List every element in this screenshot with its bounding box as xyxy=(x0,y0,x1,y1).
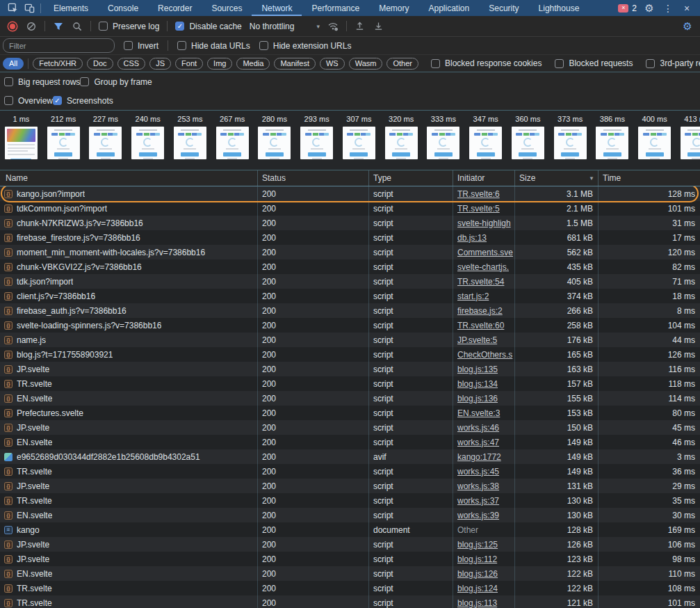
inspect-element-icon[interactable] xyxy=(4,1,21,15)
filmstrip-frame[interactable]: 360 ms xyxy=(507,111,549,170)
record-network-log-icon[interactable] xyxy=(7,21,18,32)
initiator-link[interactable]: kango:1772 xyxy=(457,452,501,462)
column-header-initiator[interactable]: Initiator xyxy=(453,170,515,186)
filmstrip-frame[interactable]: 347 ms xyxy=(464,111,507,170)
initiator-link[interactable]: JP.svelte:5 xyxy=(457,335,497,345)
table-row[interactable]: {}svelte-loading-spinners.js?v=7386bb162… xyxy=(0,318,700,333)
initiator-link[interactable]: blog.js:124 xyxy=(457,584,498,593)
tab-lighthouse[interactable]: Lighthouse xyxy=(529,0,589,16)
table-row[interactable]: {}EN.svelte200scriptblog.js:136155 kB114… xyxy=(0,391,700,406)
filter-chip-media[interactable]: Media xyxy=(236,58,270,70)
overview-option[interactable]: Overview xyxy=(4,96,53,106)
3rd-party-requests-checkbox[interactable] xyxy=(646,59,655,68)
table-row[interactable]: {}name.js200scriptJP.svelte:5176 kB44 ms xyxy=(0,333,700,347)
filmstrip-thumbnail[interactable] xyxy=(385,127,418,159)
hide-extension-urls-checkbox[interactable] xyxy=(259,41,268,50)
screenshots-checkbox[interactable] xyxy=(53,96,62,105)
table-row[interactable]: {}TR.svelte200scriptworks.js:37130 kB35 … xyxy=(0,493,700,508)
table-row[interactable]: {}TR.svelte200scriptblog.js:134157 kB118… xyxy=(0,376,700,391)
initiator-link[interactable]: svelte-chartjs. xyxy=(457,262,509,272)
initiator-link[interactable]: blog.js:134 xyxy=(457,379,498,389)
tab-sources[interactable]: Sources xyxy=(202,0,252,16)
initiator-link[interactable]: works.js:47 xyxy=(457,438,499,447)
filter-chip-fetch-xhr[interactable]: Fetch/XHR xyxy=(33,58,83,70)
table-row[interactable]: {}kango.json?import200scriptTR.svelte:63… xyxy=(0,186,700,201)
tab-performance[interactable]: Performance xyxy=(302,0,369,16)
filter-chip-doc[interactable]: Doc xyxy=(87,58,113,70)
initiator-link[interactable]: works.js:38 xyxy=(457,481,499,491)
filmstrip-frame[interactable]: 320 ms xyxy=(380,111,423,170)
filmstrip-thumbnail[interactable] xyxy=(47,127,80,159)
initiator-link[interactable]: TR.svelte:54 xyxy=(457,277,504,287)
filmstrip-frame[interactable]: 413 ms xyxy=(676,111,700,170)
initiator-link[interactable]: works.js:45 xyxy=(457,467,499,477)
initiator-link[interactable]: works.js:46 xyxy=(457,423,499,433)
filmstrip-thumbnail[interactable] xyxy=(300,127,333,159)
table-row[interactable]: {}tdk.json?import200scriptTR.svelte:5440… xyxy=(0,274,700,289)
filter-chip-js[interactable]: JS xyxy=(149,58,171,70)
filmstrip-frame[interactable]: 1 ms xyxy=(0,111,42,170)
network-conditions-icon[interactable] xyxy=(327,21,339,32)
initiator-link[interactable]: works.js:39 xyxy=(457,511,499,520)
3rd-party-requests-option[interactable]: 3rd-party requests xyxy=(646,58,700,68)
table-row[interactable]: {}Prefectures.svelte200scriptEN.svelte:3… xyxy=(0,406,700,420)
table-row[interactable]: {}TR.svelte200scriptworks.js:45149 kB36 … xyxy=(0,464,700,479)
blocked-response-cookies-option[interactable]: Blocked response cookies xyxy=(431,58,542,68)
initiator-link[interactable]: blog.js:135 xyxy=(457,365,498,374)
initiator-link[interactable]: works.js:37 xyxy=(457,496,499,506)
table-row[interactable]: ≡kango200documentOther128 kB169 ms xyxy=(0,522,700,537)
table-row[interactable]: {}JP.svelte200scriptblog.js:125126 kB106… xyxy=(0,537,700,552)
kebab-menu-icon[interactable]: ⋮ xyxy=(662,2,674,15)
tab-memory[interactable]: Memory xyxy=(369,0,418,16)
search-icon[interactable] xyxy=(72,21,83,32)
filter-chip-manifest[interactable]: Manifest xyxy=(274,58,316,70)
table-row[interactable]: {}EN.svelte200scriptworks.js:39130 kB30 … xyxy=(0,508,700,522)
hide-extension-urls-option[interactable]: Hide extension URLs xyxy=(259,41,352,51)
filmstrip-frame[interactable]: 386 ms xyxy=(592,111,634,170)
column-header-name[interactable]: Name xyxy=(0,170,258,186)
initiator-link[interactable]: Comments.sve xyxy=(457,248,513,257)
tab-recorder[interactable]: Recorder xyxy=(148,0,202,16)
filter-chip-img[interactable]: Img xyxy=(207,58,232,70)
overview-checkbox[interactable] xyxy=(4,96,13,105)
settings-gear-icon[interactable]: ⚙ xyxy=(643,2,656,15)
import-har-icon[interactable] xyxy=(355,21,366,32)
initiator-link[interactable]: blog.js:125 xyxy=(457,540,498,550)
filmstrip-thumbnail[interactable] xyxy=(638,127,671,159)
close-icon[interactable]: × xyxy=(681,2,693,15)
initiator-link[interactable]: TR.svelte:60 xyxy=(457,321,504,330)
filter-chip-ws[interactable]: WS xyxy=(320,58,345,70)
filmstrip-frame[interactable]: 333 ms xyxy=(423,111,465,170)
table-row[interactable]: {}chunk-N7KRIZW3.js?v=7386bb16200scripts… xyxy=(0,216,700,230)
preserve-log-option[interactable]: Preserve log xyxy=(99,22,159,31)
filmstrip-thumbnail[interactable] xyxy=(174,127,206,159)
throttling-dropdown[interactable]: No throttling ▾ xyxy=(250,22,320,31)
initiator-link[interactable]: db.js:13 xyxy=(457,233,487,243)
filmstrip-frame[interactable]: 267 ms xyxy=(211,111,254,170)
invert-checkbox[interactable] xyxy=(124,41,133,50)
table-row[interactable]: {}JP.svelte200scriptworks.js:38131 kB29 … xyxy=(0,479,700,493)
filmstrip-frame[interactable]: 227 ms xyxy=(85,111,127,170)
filmstrip-thumbnail[interactable] xyxy=(427,127,459,159)
table-row[interactable]: {}JP.svelte200scriptworks.js:46150 kB45 … xyxy=(0,420,700,435)
filmstrip-thumbnail[interactable] xyxy=(512,127,544,159)
initiator-link[interactable]: svelte-highligh xyxy=(457,218,511,228)
initiator-link[interactable]: blog.js:136 xyxy=(457,394,498,403)
filmstrip-thumbnail[interactable] xyxy=(216,127,249,159)
filter-chip-all[interactable]: All xyxy=(3,58,24,70)
filmstrip-frame[interactable]: 212 ms xyxy=(42,111,85,170)
table-row[interactable]: e9652689d030344df2882e1b25608db9b4302a51… xyxy=(0,449,700,464)
table-row[interactable]: {}client.js?v=7386bb16200scriptstart.js:… xyxy=(0,289,700,303)
filter-chip-css[interactable]: CSS xyxy=(117,58,146,70)
initiator-link[interactable]: firebase.js:2 xyxy=(457,306,503,316)
table-row[interactable]: {}moment_min_moment-with-locales.js?v=73… xyxy=(0,245,700,259)
filmstrip-thumbnail[interactable] xyxy=(5,127,38,159)
initiator-link[interactable]: TR.svelte:5 xyxy=(457,204,500,214)
filmstrip-frame[interactable]: 373 ms xyxy=(549,111,592,170)
filter-chip-font[interactable]: Font xyxy=(175,58,203,70)
initiator-link[interactable]: blog.js:113 xyxy=(457,598,497,608)
table-row[interactable]: {}firebase_firestore.js?v=7386bb16200scr… xyxy=(0,230,700,245)
column-header-status[interactable]: Status xyxy=(258,170,369,186)
filmstrip-thumbnail[interactable] xyxy=(596,127,628,159)
filmstrip-thumbnail[interactable] xyxy=(469,127,502,159)
